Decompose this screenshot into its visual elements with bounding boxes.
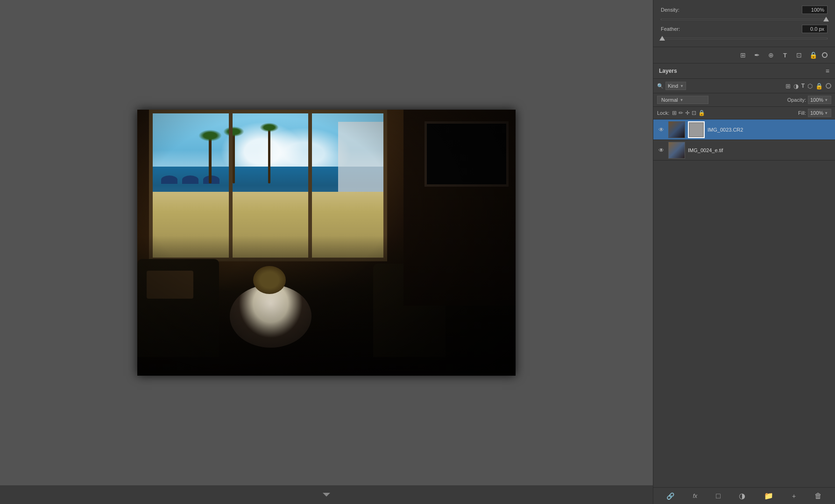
layer-mask-thumbnail[interactable] [688,121,705,138]
shape-filter-icon[interactable]: ⬡ [807,83,813,90]
layer-visibility-icon[interactable]: 👁 [657,146,665,154]
mask-icon[interactable]: □ [716,492,721,500]
tv-screen [425,121,509,187]
density-slider-thumb [823,17,829,21]
search-icon: 🔍 [657,83,664,89]
link-icon[interactable]: 🔗 [666,492,674,500]
layers-list: 👁 IMG_0023.CR2 👁 [653,119,835,487]
group-icon[interactable]: 📁 [764,491,773,500]
kind-label: Kind [668,83,678,89]
lock-icons: ⊞ ✏ ✛ ⊡ 🔒 [672,110,705,116]
kind-dropdown[interactable]: Kind ▼ [665,82,686,90]
text-icon[interactable]: T [780,50,790,60]
density-label: Density: [661,7,679,13]
grid-icon[interactable]: ⊞ [738,50,748,60]
panel-top: Density: 100% Feather: 0.0 px [653,0,835,47]
layer-filter-icons: ⊞ ◑ T ⬡ 🔒 [785,83,831,90]
layer-thumbnail [668,121,685,138]
density-row: Density: 100% [661,6,828,14]
opacity-value[interactable]: 100% ▼ [808,96,831,104]
layers-header: Layers ≡ [653,63,835,79]
feather-slider-thumb [659,36,665,41]
fill-label: Fill: [798,110,806,116]
circle-icon[interactable] [822,52,828,58]
flowers [253,266,286,294]
lock-all-icon[interactable]: 🔒 [698,110,705,116]
lock-move-icon[interactable]: ✛ [685,110,690,116]
blend-mode-row: Normal ▼ Opacity: 100% ▼ [653,93,835,107]
layers-panel: Layers ≡ 🔍 Kind ▼ ⊞ ◑ T ⬡ 🔒 [653,63,835,504]
opacity-dropdown-arrow: ▼ [824,98,828,102]
center-table [230,285,311,348]
feather-label: Feather: [661,26,680,32]
layer-item[interactable]: 👁 IMG_0024_e.tif [653,140,835,161]
pen-icon[interactable]: ✒ [752,50,762,60]
smart-filter-icon[interactable]: 🔒 [815,83,823,90]
right-panel: Density: 100% Feather: 0.0 px ⊞ ✒ ⊕ T ⊡ … [653,0,835,504]
feather-value[interactable]: 0.0 px [802,25,828,33]
lock-artboard-icon[interactable]: ⊡ [692,110,696,116]
fill-section: Fill: 100% ▼ [798,109,831,117]
new-layer-icon[interactable]: + [792,492,796,500]
opacity-section: Opacity: 100% ▼ [787,96,831,104]
blend-dropdown-arrow: ▼ [679,98,683,102]
target-icon[interactable]: ⊕ [766,50,776,60]
lock-paint-icon[interactable]: ✏ [679,110,683,116]
lock-row: Lock: ⊞ ✏ ✛ ⊡ 🔒 Fill: 100% ▼ [653,107,835,119]
lock-transparency-icon[interactable]: ⊞ [672,110,677,116]
delete-layer-icon[interactable]: 🗑 [814,492,822,500]
canvas-scrollbar[interactable] [0,485,653,504]
cabinet [403,110,516,306]
feather-row: Feather: 0.0 px [661,25,828,33]
layers-title: Layers [659,68,677,74]
adjustment-icon[interactable]: ◑ [739,491,745,500]
blend-mode-dropdown[interactable]: Normal ▼ [657,96,708,104]
lock-icon[interactable]: 🔒 [808,50,818,60]
scroll-down-arrow [323,493,330,497]
fill-dropdown-arrow: ▼ [824,111,828,115]
layer-visibility-icon[interactable]: 👁 [657,126,665,134]
pixel-filter-icon[interactable]: ⊞ [785,83,791,90]
kind-dropdown-arrow: ▼ [680,84,684,88]
layer-item[interactable]: 👁 IMG_0023.CR2 [653,119,835,140]
room-scene [137,110,516,376]
fill-value[interactable]: 100% ▼ [808,109,831,117]
density-value[interactable]: 100% [802,6,828,14]
adjustment-filter-icon[interactable]: ◑ [793,83,799,90]
canvas-area [0,0,653,504]
layers-menu-icon[interactable]: ≡ [826,67,829,75]
transform-icon[interactable]: ⊡ [794,50,804,60]
layer-thumbnail [668,142,685,159]
type-filter-icon[interactable]: T [801,83,805,89]
fx-icon[interactable]: fx [693,493,697,499]
image-canvas [137,110,516,376]
feather-slider[interactable] [661,38,828,39]
layers-bottom-toolbar: 🔗 fx □ ◑ 📁 + 🗑 [653,487,835,504]
layer-name: IMG_0024_e.tif [688,147,831,153]
lock-label: Lock: [657,110,669,116]
layer-name: IMG_0023.CR2 [708,127,831,133]
blend-mode-value: Normal [661,97,678,103]
opacity-label: Opacity: [787,97,806,103]
density-slider[interactable] [661,19,828,20]
panel-toolbar: ⊞ ✒ ⊕ T ⊡ 🔒 [653,47,835,63]
canvas-wrapper [0,0,653,485]
chair-left [137,259,219,357]
building [338,122,385,192]
layer-filter-row: 🔍 Kind ▼ ⊞ ◑ T ⬡ 🔒 [653,79,835,93]
filter-toggle[interactable] [826,83,831,89]
